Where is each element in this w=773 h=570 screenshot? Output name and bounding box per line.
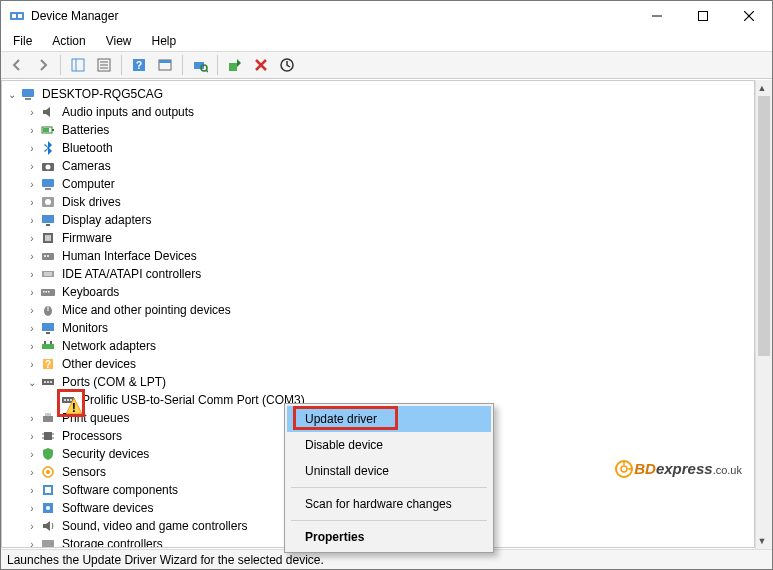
context-menu: Update driver Disable device Uninstall d…: [284, 403, 494, 553]
menu-bar: File Action View Help: [1, 31, 772, 51]
context-properties[interactable]: Properties: [287, 524, 491, 550]
tree-category-hid[interactable]: ›Human Interface Devices: [26, 247, 754, 265]
tree-root[interactable]: ⌄ DESKTOP-RQG5CAG: [6, 85, 754, 103]
menu-view[interactable]: View: [98, 32, 140, 50]
tree-category-firmware[interactable]: ›Firmware: [26, 229, 754, 247]
update-driver-button[interactable]: [223, 53, 247, 77]
context-uninstall-device[interactable]: Uninstall device: [287, 458, 491, 484]
status-text: Launches the Update Driver Wizard for th…: [7, 553, 324, 567]
expand-icon[interactable]: ›: [26, 539, 38, 549]
scroll-up-button[interactable]: ▲: [756, 80, 768, 96]
svg-point-40: [44, 255, 46, 257]
back-button[interactable]: [5, 53, 29, 77]
monitors-icon: [40, 320, 56, 336]
menu-help[interactable]: Help: [144, 32, 185, 50]
expand-icon[interactable]: ›: [26, 125, 38, 136]
tree-category-label: Security devices: [60, 447, 151, 461]
context-separator: [291, 487, 487, 488]
expand-icon[interactable]: ›: [26, 323, 38, 334]
disable-button[interactable]: [275, 53, 299, 77]
svg-line-19: [206, 70, 208, 72]
svg-rect-54: [44, 341, 46, 344]
properties-button[interactable]: [92, 53, 116, 77]
tree-category-cameras[interactable]: ›Cameras: [26, 157, 754, 175]
expand-icon[interactable]: ›: [26, 413, 38, 424]
expand-icon[interactable]: ›: [26, 467, 38, 478]
forward-button[interactable]: [31, 53, 55, 77]
close-button[interactable]: [726, 1, 772, 31]
expand-icon[interactable]: ⌄: [26, 377, 38, 388]
watermark-text-bd: BD: [634, 460, 656, 477]
expand-icon[interactable]: ›: [26, 107, 38, 118]
svg-rect-32: [45, 188, 51, 190]
uninstall-button[interactable]: [249, 53, 273, 77]
tree-category-label: Keyboards: [60, 285, 121, 299]
context-update-driver[interactable]: Update driver: [287, 406, 491, 432]
tree-category-mice[interactable]: ›Mice and other pointing devices: [26, 301, 754, 319]
tree-category-keyboards[interactable]: ›Keyboards: [26, 283, 754, 301]
tree-category-ide[interactable]: ›IDE ATA/ATAPI controllers: [26, 265, 754, 283]
context-separator: [291, 520, 487, 521]
expand-icon[interactable]: ›: [26, 161, 38, 172]
expand-icon[interactable]: ›: [26, 179, 38, 190]
expand-icon[interactable]: ›: [26, 215, 38, 226]
expand-icon[interactable]: ›: [26, 143, 38, 154]
expand-icon[interactable]: ›: [26, 449, 38, 460]
expand-icon[interactable]: ›: [26, 287, 38, 298]
help-button[interactable]: ?: [127, 53, 151, 77]
minimize-button[interactable]: [634, 1, 680, 31]
tree-category-computer[interactable]: ›Computer: [26, 175, 754, 193]
tree-category-other[interactable]: ›?Other devices: [26, 355, 754, 373]
storage-icon: [40, 536, 56, 548]
tree-category-monitors[interactable]: ›Monitors: [26, 319, 754, 337]
tree-category-label: Sensors: [60, 465, 108, 479]
audio-icon: [40, 104, 56, 120]
tree-category-label: Computer: [60, 177, 117, 191]
tree-category-ports[interactable]: ⌄Ports (COM & LPT): [26, 373, 754, 391]
expand-icon[interactable]: ›: [26, 359, 38, 370]
batteries-icon: [40, 122, 56, 138]
swcomp-icon: [40, 482, 56, 498]
keyboards-icon: [40, 284, 56, 300]
menu-file[interactable]: File: [5, 32, 40, 50]
scroll-thumb[interactable]: [758, 96, 770, 356]
expand-icon[interactable]: ›: [26, 431, 38, 442]
watermark-logo-icon: [614, 456, 634, 478]
tree-category-bluetooth[interactable]: ›Bluetooth: [26, 139, 754, 157]
scroll-down-button[interactable]: ▼: [756, 533, 768, 549]
tree-category-label: Software components: [60, 483, 180, 497]
svg-text:!: !: [72, 400, 76, 414]
bluetooth-icon: [40, 140, 56, 156]
show-hide-console-button[interactable]: [66, 53, 90, 77]
disk-icon: [40, 194, 56, 210]
expand-icon[interactable]: ›: [26, 341, 38, 352]
expand-icon[interactable]: ›: [26, 233, 38, 244]
expand-icon[interactable]: ›: [26, 251, 38, 262]
expand-icon[interactable]: ›: [26, 269, 38, 280]
tree-category-label: Firmware: [60, 231, 114, 245]
context-scan-hardware[interactable]: Scan for hardware changes: [287, 491, 491, 517]
expand-icon[interactable]: ›: [26, 503, 38, 514]
expand-icon[interactable]: ›: [26, 521, 38, 532]
svg-rect-77: [45, 487, 51, 493]
action-button[interactable]: [153, 53, 177, 77]
scan-hardware-button[interactable]: [188, 53, 212, 77]
vertical-scrollbar[interactable]: ▲ ▼: [755, 80, 772, 549]
maximize-button[interactable]: [680, 1, 726, 31]
hid-icon: [40, 248, 56, 264]
context-disable-device[interactable]: Disable device: [287, 432, 491, 458]
expand-icon[interactable]: ›: [26, 485, 38, 496]
expand-icon[interactable]: ›: [26, 197, 38, 208]
tree-category-audio[interactable]: ›Audio inputs and outputs: [26, 103, 754, 121]
ide-icon: [40, 266, 56, 282]
menu-action[interactable]: Action: [44, 32, 93, 50]
expand-icon[interactable]: ›: [26, 305, 38, 316]
tree-category-display[interactable]: ›Display adapters: [26, 211, 754, 229]
tree-category-batteries[interactable]: ›Batteries: [26, 121, 754, 139]
tree-category-network[interactable]: ›Network adapters: [26, 337, 754, 355]
tree-category-label: Audio inputs and outputs: [60, 105, 196, 119]
tree-category-label: Human Interface Devices: [60, 249, 199, 263]
toolbar: ?: [1, 51, 772, 79]
tree-category-disk[interactable]: ›Disk drives: [26, 193, 754, 211]
collapse-icon[interactable]: ⌄: [6, 89, 18, 100]
